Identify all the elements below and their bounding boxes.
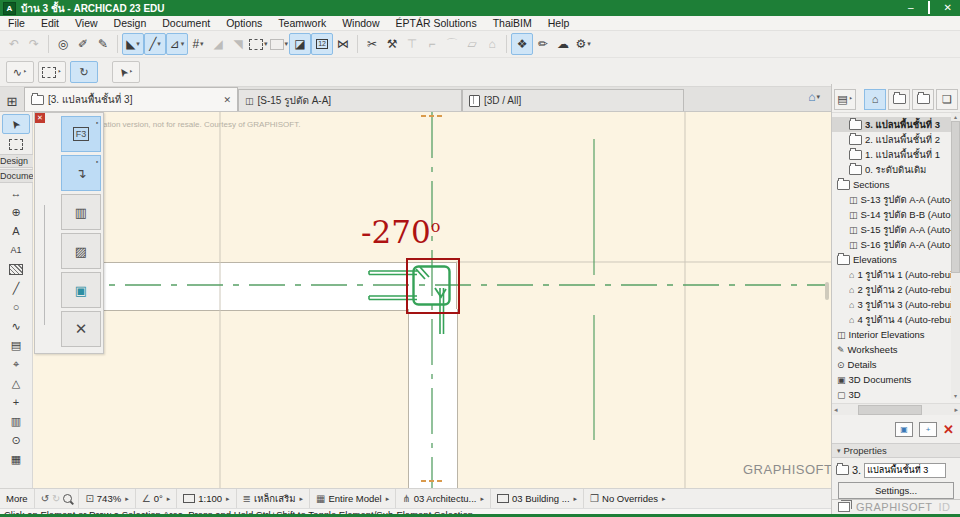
tree-horizontal-scrollbar[interactable]: ◂ ▸ — [832, 403, 960, 415]
popup-caret-icon[interactable]: ▸ — [386, 495, 390, 503]
line-tool[interactable]: ╱ — [3, 279, 29, 297]
grid-snap-icon[interactable]: #▾ — [188, 34, 208, 54]
markup-tools-icon[interactable]: ✏ — [533, 34, 553, 54]
settings-button[interactable]: Settings... — [838, 482, 954, 499]
label-tool[interactable]: A1 — [3, 241, 29, 259]
dropdown-caret-icon[interactable]: ▾ — [587, 40, 591, 48]
minimize-button[interactable]: – — [908, 3, 914, 13]
tree-item-elevation-2[interactable]: ⌂2 รูปด้าน 2 (Auto-rebuild — [832, 282, 960, 297]
tree-item-section-s16[interactable]: ◫S-16 รูปตัด A-A (Auto-reb — [832, 237, 960, 252]
canvas-scroll-pill[interactable] — [825, 282, 829, 300]
scrollbar-thumb[interactable] — [951, 121, 960, 273]
fit-in-window-icon[interactable]: ⊡ — [85, 493, 93, 504]
measure-icon[interactable]: 12 — [311, 33, 333, 55]
snap-points-icon[interactable]: ⊿▾ — [166, 33, 188, 55]
guide-lines-icon[interactable]: ◣▾ — [122, 33, 144, 55]
menu-design[interactable]: Design — [106, 17, 155, 29]
zoom-control[interactable]: ⊡ 743% ▸ — [79, 489, 135, 508]
flyout-caret-icon[interactable]: ‣ — [95, 119, 99, 126]
camera-tool[interactable]: ▦ — [3, 450, 29, 468]
menu-eptar-solutions[interactable]: ÉPTÁR Solutions — [388, 17, 485, 29]
rotate-tool-button[interactable]: ↻ — [70, 61, 98, 83]
eyedropper-icon[interactable]: ✎ — [93, 34, 113, 54]
tree-item-sections[interactable]: Sections — [832, 177, 960, 192]
menu-edit[interactable]: Edit — [33, 17, 67, 29]
lock-icon[interactable]: ▾ — [269, 34, 290, 54]
popup-caret-icon[interactable]: ▸ — [299, 495, 303, 503]
scroll-down-icon[interactable]: ▾ — [954, 392, 957, 399]
snap-guides-icon[interactable]: ╱▾ — [144, 33, 166, 55]
palette-handle[interactable] — [44, 205, 45, 325]
menu-file[interactable]: File — [0, 17, 33, 29]
tab-overview-icon[interactable]: ⊞ — [0, 91, 24, 111]
zoom-in-icon[interactable] — [63, 494, 72, 503]
text-tool[interactable]: A — [3, 222, 29, 240]
tab-floor-plan-3[interactable]: [3. แปลนพื้นชั้นที่ 3] ✕ — [24, 87, 238, 111]
inject-parameters-icon[interactable]: ✐ — [73, 34, 93, 54]
tab-close-icon[interactable]: ✕ — [223, 95, 231, 105]
tree-item-elevation-4[interactable]: ⌂4 รูปด้าน 4 (Auto-rebuild — [832, 312, 960, 327]
tree-vertical-scrollbar[interactable]: ▴ ▾ — [951, 113, 960, 399]
tree-item-details[interactable]: ⊙Details — [832, 357, 960, 372]
arrow-tool-button[interactable]: ➤‣ — [112, 61, 140, 83]
window-restore-icon[interactable] — [838, 502, 850, 512]
dimension-tool[interactable]: ↔ — [3, 184, 29, 202]
rebar-select-button[interactable]: ‣ — [38, 61, 66, 83]
project-map-button[interactable]: ⌂ — [864, 89, 886, 110]
story-name-input[interactable] — [864, 463, 946, 478]
flyout-caret-icon[interactable]: ‣ — [23, 68, 27, 76]
tree-item-section-s13[interactable]: ◫S-13 รูปตัด A-A (Auto-reb — [832, 192, 960, 207]
explode-icon[interactable]: ⋈ — [333, 34, 353, 54]
close-button[interactable]: ✕ — [944, 3, 952, 13]
rebar-bend-button[interactable]: ↴‣ — [61, 155, 101, 191]
section-tool[interactable]: ⌖ — [3, 355, 29, 373]
layout-book-button[interactable] — [912, 89, 934, 110]
graphisoft-id-label[interactable]: GRAPHISOFT — [856, 501, 933, 513]
tree-item-interior-elevations[interactable]: ◫Interior Elevations — [832, 327, 960, 342]
menu-document[interactable]: Document — [154, 17, 218, 29]
delete-view-icon[interactable]: ✕ — [943, 422, 954, 437]
tree-item-3d-documents[interactable]: ▣3D Documents — [832, 372, 960, 387]
dropdown-caret-icon[interactable]: ▾ — [157, 40, 161, 48]
palette-close-icon[interactable]: ✕ — [35, 113, 45, 123]
menu-teamwork[interactable]: Teamwork — [270, 17, 334, 29]
layer-combination-control[interactable]: 03 Building ... ▸ — [491, 489, 584, 508]
gravity-alt-icon[interactable]: ◥ — [228, 34, 248, 54]
flyout-caret-icon[interactable]: ‣ — [849, 95, 853, 103]
tree-item-story-2[interactable]: 2. แปลนพื้นชั้นที่ 2 — [832, 132, 960, 147]
overrides-control[interactable]: ❐ No Overrides ▸ — [584, 489, 671, 508]
tab-3d-all[interactable]: [3D / All] — [462, 89, 684, 111]
adjust-icon[interactable]: ⚒ — [382, 34, 402, 54]
hotspot-tool[interactable]: + — [3, 393, 29, 411]
pickup-parameters-icon[interactable]: ◎ — [53, 34, 73, 54]
toolbox-design-header[interactable]: Design — [0, 154, 34, 168]
scale-control[interactable]: 1:100 ▸ — [177, 489, 236, 508]
cloud-folder-icon[interactable]: ☁ — [553, 34, 573, 54]
tree-item-elevation-1[interactable]: ⌂1 รูปด้าน 1 (Auto-rebuild — [832, 267, 960, 282]
more-button[interactable]: More — [0, 489, 35, 508]
scroll-right-icon[interactable]: ▸ — [954, 406, 958, 414]
suspend-groups-icon[interactable]: ◪ — [289, 33, 311, 55]
spline-tool[interactable]: ∿ — [3, 317, 29, 335]
tree-item-worksheets[interactable]: ✎Worksheets — [832, 342, 960, 357]
scrollbar-thumb[interactable] — [858, 405, 922, 415]
tree-item-section-s14[interactable]: ◫S-14 รูปตัด B-B (Auto-reb — [832, 207, 960, 222]
dropdown-caret-icon[interactable]: ▾ — [285, 40, 289, 48]
project-chooser-button[interactable]: ▤‣ — [834, 89, 856, 110]
dropdown-caret-icon[interactable]: ▾ — [816, 93, 820, 101]
tree-item-elevation-3[interactable]: ⌂3 รูปด้าน 3 (Auto-rebuild — [832, 297, 960, 312]
menu-options[interactable]: Options — [218, 17, 270, 29]
undo-icon[interactable]: ↶ — [4, 34, 24, 54]
popup-caret-icon[interactable]: ▸ — [480, 495, 484, 503]
select-arrow-tool[interactable]: ➤ — [2, 114, 30, 134]
redo-icon[interactable]: ↷ — [24, 34, 44, 54]
fillet-icon[interactable]: ⌒ — [442, 34, 462, 54]
pen-set-control[interactable]: ⋔ 03 Architectu... ▸ — [396, 489, 491, 508]
intersect-icon[interactable]: ⌐ — [422, 34, 442, 54]
arc-tool[interactable]: ○ — [3, 298, 29, 316]
tree-item-story-1[interactable]: 1. แปลนพื้นชั้นที่ 1 — [832, 147, 960, 162]
drawing-tool[interactable]: ▤ — [3, 336, 29, 354]
flyout-caret-icon[interactable]: ‣ — [57, 68, 61, 76]
rebar-mesh-button[interactable]: F3‣ — [61, 116, 101, 152]
tree-item-section-s15[interactable]: ◫S-15 รูปตัด A-A (Auto-reb — [832, 222, 960, 237]
